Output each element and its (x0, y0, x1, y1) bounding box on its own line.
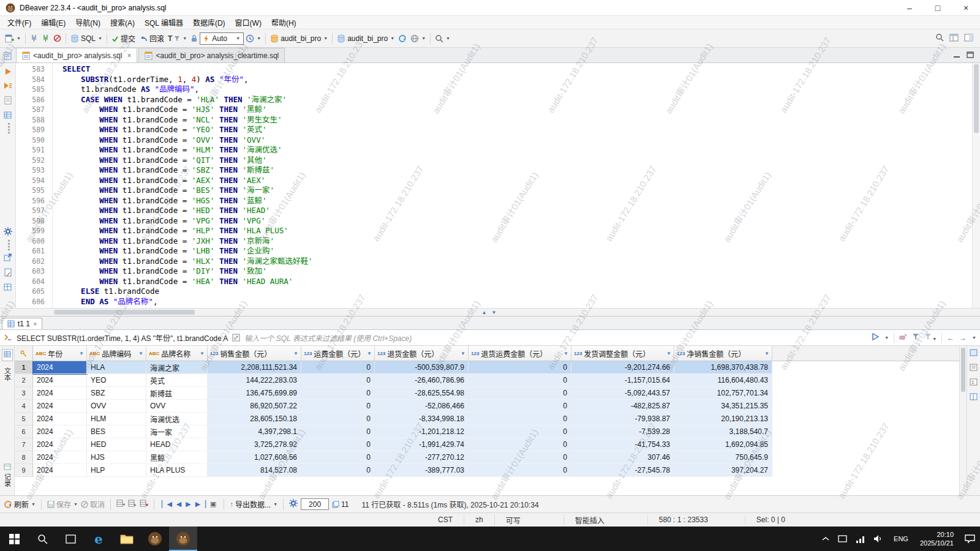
code-line[interactable]: WHEN t1.brandCode = 'HLM' THEN '海澜优选' (62, 145, 972, 156)
cell[interactable]: HLM (87, 413, 146, 425)
cell[interactable]: 1,027,608.56 (208, 451, 301, 464)
cell[interactable]: 0 (301, 438, 375, 451)
connection-selector[interactable]: audit_bi_pro ▼ (268, 33, 330, 44)
edge-browser-icon[interactable]: e (85, 527, 113, 551)
cell[interactable]: 2024 (33, 413, 87, 425)
column-header[interactable]: ABC品牌名称▼ (146, 346, 208, 361)
db-disconnect-button[interactable] (51, 33, 63, 43)
taskbar-search-icon[interactable] (28, 527, 56, 551)
cell[interactable]: -28,625,554.98 (375, 387, 469, 400)
column-header[interactable]: 123净销售金额（元）▼ (674, 346, 772, 361)
cell[interactable]: 307.46 (571, 451, 674, 464)
save-button[interactable]: 保存 ▼ (47, 499, 78, 509)
cell[interactable]: 0 (469, 400, 571, 413)
tab-analysis-cleartime-sql[interactable]: <audit_bi_pro> analysis_cleartime.sql (138, 48, 285, 62)
cell[interactable]: -41,754.33 (571, 438, 674, 451)
cell[interactable]: 0 (469, 438, 571, 451)
explain-plan-icon[interactable] (4, 96, 12, 107)
cell[interactable]: -8,334,998.18 (375, 413, 469, 425)
fetch-size-input[interactable]: 200 (301, 498, 329, 510)
table-row[interactable]: 52024HLM海澜优选28,605,150.180-8,334,998.180… (15, 413, 959, 425)
cell[interactable]: 86,920,507.22 (208, 400, 301, 413)
code-line[interactable]: WHEN t1.brandCode = 'HEA' THEN 'HEAD AUR… (62, 277, 972, 287)
refresh-button[interactable]: 刷新 ▼ (4, 499, 36, 509)
cell[interactable]: HLA (87, 361, 146, 374)
next-row-button[interactable]: ▶ (186, 500, 190, 508)
scrollbar-thumb[interactable] (54, 310, 195, 315)
code-line[interactable]: WHEN t1.brandCode = 'QIT' THEN '其他' (62, 156, 972, 166)
cell[interactable]: 2024 (33, 451, 87, 464)
cell[interactable]: OVV (87, 400, 146, 413)
value-viewer-icon[interactable] (970, 364, 978, 373)
cell[interactable]: 2024 (33, 425, 87, 438)
cell[interactable]: 0 (301, 374, 375, 387)
cell[interactable]: HLP (87, 464, 146, 477)
cell[interactable]: 4,397,298.1 (208, 425, 301, 438)
start-button[interactable] (0, 527, 28, 551)
cell[interactable]: HEAD (146, 438, 208, 451)
row-number[interactable]: 8 (15, 451, 33, 464)
table-row[interactable]: 42024OVVOVV86,920,507.220-52,086,4660-48… (15, 400, 959, 413)
perspective-icon[interactable] (949, 34, 959, 43)
results-tab-t1[interactable]: t1 1 × (2, 318, 42, 329)
tx-log-button[interactable]: ▼ (244, 33, 263, 44)
menu-navigate[interactable]: 导航(N) (70, 16, 105, 29)
cancel-button[interactable]: 取消 (81, 499, 105, 509)
cell[interactable]: 34,351,215.35 (674, 400, 772, 413)
code-line[interactable]: WHEN t1.brandCode = 'BES' THEN '海一家' (62, 186, 972, 196)
duplicate-row-button[interactable] (128, 500, 137, 509)
cell[interactable]: 黑鲸 (146, 451, 208, 464)
grid-view-tab[interactable] (2, 349, 13, 361)
column-header[interactable]: 123退货运费金额（元）▼ (469, 346, 571, 361)
save-script-icon[interactable] (4, 268, 12, 279)
column-filter-icon[interactable]: ▼ (197, 351, 205, 356)
menu-file[interactable]: 文件(F) (2, 16, 36, 29)
column-filter-icon[interactable]: ▼ (458, 351, 466, 356)
code-line[interactable]: WHEN t1.brandCode = 'VPG' THEN 'VPG' (62, 216, 972, 227)
history-forward-icon[interactable]: → (959, 334, 967, 342)
cell[interactable]: 海一家 (146, 425, 208, 438)
cell[interactable]: 2024 (33, 400, 87, 413)
code-line[interactable]: CASE WHEN t1.brandCode = 'HLA' THEN '海澜之… (62, 95, 972, 105)
cell[interactable]: -26,460,786.96 (375, 374, 469, 387)
column-filter-icon[interactable]: ▼ (291, 351, 298, 356)
cell[interactable]: 2024 (33, 374, 87, 387)
delete-row-button[interactable] (140, 500, 148, 509)
cell[interactable]: -1,201,218.12 (375, 425, 469, 438)
grid-edit-icon[interactable] (4, 283, 12, 293)
code-line[interactable]: SUBSTR(t1.orderTime, 1, 4) AS "年份", (62, 75, 972, 85)
dbeaver-taskbar-icon-active[interactable] (169, 527, 197, 551)
last-row-button[interactable]: ▶▕ (195, 500, 206, 508)
tab-close-icon[interactable]: × (127, 51, 131, 60)
cell[interactable]: 0 (301, 451, 375, 464)
menu-search[interactable]: 搜索(A) (105, 16, 140, 29)
panel-maximize-icon[interactable] (970, 349, 978, 358)
tab-analysis-sql[interactable]: <audit_bi_pro> analysis.sql × (16, 48, 137, 62)
column-header[interactable]: 123退货金额（元）▼ (375, 346, 469, 361)
dbeaver-taskbar-icon[interactable] (141, 527, 169, 551)
cell[interactable]: 1,692,094.85 (674, 438, 772, 451)
record-toggle[interactable]: 记录 (2, 473, 12, 487)
table-row[interactable]: 72024HEDHEAD3,725,278.920-1,991,429.740-… (15, 438, 959, 451)
cell[interactable]: 750,645.9 (674, 451, 772, 464)
column-filter-icon[interactable]: ▼ (762, 351, 769, 356)
network-icon[interactable] (851, 527, 869, 551)
execute-script-icon[interactable] (4, 82, 12, 91)
row-number[interactable]: 5 (15, 413, 33, 425)
cell[interactable]: -52,086,466 (375, 400, 469, 413)
column-filter-icon[interactable]: ▼ (561, 351, 568, 356)
cell[interactable]: 海澜优选 (146, 413, 208, 425)
cell[interactable]: 397,204.27 (674, 464, 772, 477)
cell[interactable]: 0 (301, 464, 375, 477)
code-line[interactable]: ELSE t1.brandCode (62, 287, 972, 297)
cell[interactable]: 28,605,150.18 (208, 413, 301, 425)
cell[interactable]: 0 (469, 425, 571, 438)
row-number[interactable]: 9 (15, 464, 33, 477)
cell[interactable]: 0 (301, 387, 375, 400)
commit-button[interactable]: 提交 (110, 32, 137, 45)
cell[interactable]: 斯搏兹 (146, 387, 208, 400)
cursor-position[interactable]: 580 : 1 : 23533 (647, 515, 745, 524)
cell[interactable]: 2024 (33, 387, 87, 400)
menu-edit[interactable]: 编辑(E) (36, 16, 70, 29)
cell[interactable]: 20,190,213.13 (674, 413, 772, 425)
